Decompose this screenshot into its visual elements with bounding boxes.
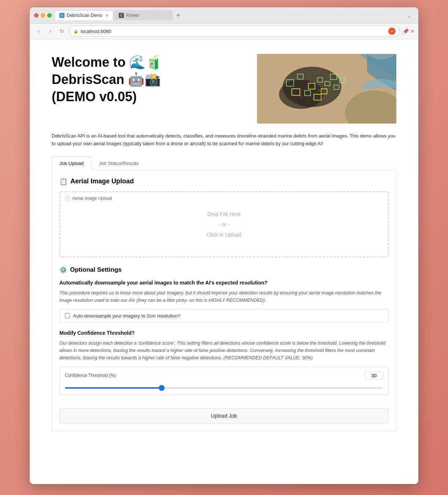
slider-value: 30 (365, 371, 383, 380)
settings-title-text: Optional Settings (70, 266, 122, 274)
reload-button[interactable]: ↻ (58, 27, 66, 36)
tab-more-button[interactable]: ⌄ (404, 12, 414, 20)
new-tab-button[interactable]: + (173, 11, 183, 20)
forward-button[interactable]: › (46, 27, 55, 36)
toolbar-icons: 📌 ≡ (403, 28, 414, 34)
confidence-slider[interactable] (65, 387, 383, 389)
pin-icon[interactable]: 📌 (403, 28, 409, 34)
downsample-help-text: This procedure requires us to know more … (59, 289, 389, 304)
browser-toolbar: ‹ › ↻ 🔒 localhost:8080 🦁 📌 ≡ (30, 23, 418, 39)
settings-section: ⚙️ Optional Settings Automatically downs… (59, 266, 389, 423)
settings-icon: ⚙️ (59, 266, 67, 274)
svg-point-20 (300, 95, 302, 97)
svg-point-17 (309, 81, 311, 82)
page-content: Welcome to 🌊🧃 DebrisScan 🤖📸 (DEMO v0.05) (30, 39, 418, 484)
tab-panel: 📋 Aerial Image Upload 📄 Aerial Image Upl… (52, 170, 396, 431)
tab-navigation: Job Upload Job Status/Results (52, 157, 396, 170)
browser-window: D DebrisScan Demo ✕ C Flower + ⌄ ‹ › ↻ 🔒… (30, 7, 418, 484)
tab-label-debrisScan: DebrisScan Demo (67, 13, 102, 18)
slider-header: Confidence Threshold (%) 30 (65, 371, 383, 380)
upload-title-text: Aerial Image Upload (70, 177, 134, 185)
address-bar[interactable]: 🔒 localhost:8080 🦁 (69, 26, 400, 37)
page-title: Welcome to 🌊🧃 DebrisScan 🤖📸 (DEMO v0.05) (52, 54, 246, 105)
downsample-checkbox-label[interactable]: Auto-downsample your imagery to 2cm reso… (73, 313, 180, 319)
url-text: localhost:8080 (81, 29, 111, 34)
minimize-button[interactable] (41, 13, 45, 18)
upload-section-title: 📋 Aerial Image Upload (59, 177, 389, 186)
tab-debrisScan[interactable]: D DebrisScan Demo ✕ (55, 10, 113, 20)
upload-dropzone[interactable]: 📄 Aerial Image Upload Drop File Here - o… (59, 191, 389, 257)
tab-label-flower: Flower (126, 13, 139, 18)
svg-point-16 (293, 85, 294, 87)
tab-favicon-debrisScan: D (59, 13, 65, 18)
description-text: DebrisScan API is an AI-based tool that … (52, 132, 396, 148)
hero-title: Welcome to 🌊🧃 DebrisScan 🤖📸 (DEMO v0.05) (52, 54, 246, 105)
dropzone-text: Drop File Here - or - Click to Upload (207, 209, 241, 240)
slider-row: Confidence Threshold (%) 30 (59, 367, 389, 395)
settings-title: ⚙️ Optional Settings (59, 266, 389, 274)
brave-icon: 🦁 (388, 27, 396, 35)
downsample-checkbox[interactable] (65, 313, 70, 318)
back-button[interactable]: ‹ (34, 27, 43, 36)
maximize-button[interactable] (47, 13, 52, 18)
secure-icon: 🔒 (73, 29, 78, 34)
dropzone-label: 📄 Aerial Image Upload (65, 196, 112, 201)
traffic-lights (34, 13, 52, 18)
upload-section: 📋 Aerial Image Upload 📄 Aerial Image Upl… (59, 177, 389, 257)
svg-point-18 (319, 90, 320, 91)
upload-job-button[interactable]: Upload Job (59, 408, 389, 423)
tabs-row: D DebrisScan Demo ✕ C Flower + ⌄ (55, 10, 414, 20)
slider-label: Confidence Threshold (%) (65, 373, 116, 378)
file-icon: 📄 (65, 196, 70, 201)
downsample-subsection: Automatically downsample your aerial ima… (59, 280, 389, 323)
svg-point-19 (326, 85, 327, 86)
upload-title-icon: 📋 (59, 177, 67, 186)
tab-flower[interactable]: C Flower (114, 10, 173, 20)
confidence-help-text: Our detectors assign each detection a 'c… (59, 340, 389, 362)
browser-titlebar: D DebrisScan Demo ✕ C Flower + ⌄ (30, 7, 418, 23)
confidence-subsection: Modify Confidence Threshold? Our detecto… (59, 330, 389, 395)
menu-icon[interactable]: ≡ (411, 28, 414, 34)
downsample-title: Automatically downsample your aerial ima… (59, 280, 389, 286)
close-button[interactable] (34, 13, 38, 18)
tab-job-upload[interactable]: Job Upload (52, 157, 91, 170)
downsample-checkbox-row: Auto-downsample your imagery to 2cm reso… (59, 309, 389, 323)
tab-close-debrisScan[interactable]: ✕ (105, 13, 109, 18)
confidence-title: Modify Confidence Threshold? (59, 330, 389, 336)
hero-section: Welcome to 🌊🧃 DebrisScan 🤖📸 (DEMO v0.05) (52, 54, 396, 124)
tab-job-status[interactable]: Job Status/Results (91, 157, 146, 170)
hero-image (257, 54, 396, 124)
tab-favicon-flower: C (119, 13, 124, 18)
